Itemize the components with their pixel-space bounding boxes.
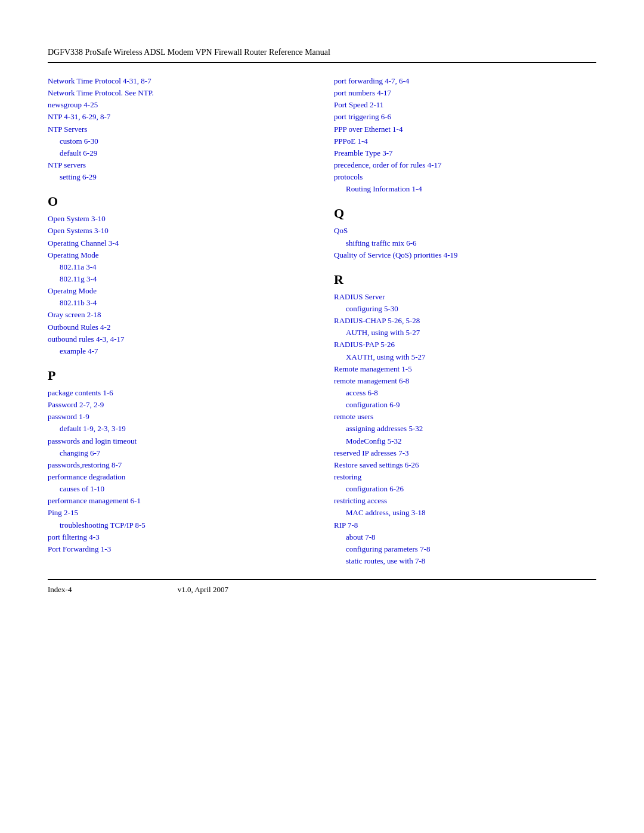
footer-version: v1.0, April 2007	[72, 585, 334, 594]
list-item[interactable]: newsgroup 4-25	[48, 99, 310, 111]
list-item[interactable]: 802.11b 3-4	[48, 297, 310, 309]
list-item[interactable]: port forwarding 4-7, 6-4	[334, 75, 596, 87]
list-item[interactable]: causes of 1-10	[48, 483, 310, 495]
list-item[interactable]: MAC address, using 3-18	[334, 507, 596, 519]
footer-index: Index-4	[48, 585, 72, 594]
list-item[interactable]: 802.11g 3-4	[48, 273, 310, 285]
list-item[interactable]: NTP 4-31, 6-29, 8-7	[48, 111, 310, 123]
list-item[interactable]: about 7-8	[334, 531, 596, 543]
list-item[interactable]: Operatng Mode	[48, 285, 310, 297]
list-item[interactable]: Preamble Type 3-7	[334, 147, 596, 159]
list-item[interactable]: Quality of Service (QoS) priorities 4-19	[334, 249, 596, 261]
list-item[interactable]: remote management 6-8	[334, 375, 596, 387]
list-item[interactable]: password 1-9	[48, 411, 310, 423]
list-item[interactable]: Port Forwarding 1-3	[48, 543, 310, 555]
list-item[interactable]: static routes, use with 7-8	[334, 555, 596, 567]
list-item[interactable]: configuring parameters 7-8	[334, 543, 596, 555]
list-item[interactable]: passwords and login timeout	[48, 435, 310, 447]
list-item[interactable]: Oray screen 2-18	[48, 309, 310, 321]
list-item[interactable]: reserved IP adresses 7-3	[334, 447, 596, 459]
list-item[interactable]: shifting traffic mix 6-6	[334, 237, 596, 249]
header-title: DGFV338 ProSafe Wireless ADSL Modem VPN …	[48, 48, 330, 57]
list-item[interactable]: port numbers 4-17	[334, 87, 596, 99]
list-item[interactable]: Network Time Protocol. See NTP.	[48, 87, 310, 99]
list-item[interactable]: changing 6-7	[48, 447, 310, 459]
list-item[interactable]: Operating Channel 3-4	[48, 237, 310, 249]
list-item[interactable]: custom 6-30	[48, 135, 310, 147]
list-item[interactable]: Remote management 1-5	[334, 363, 596, 375]
section-o-letter: O	[48, 194, 310, 209]
page-header: DGFV338 ProSafe Wireless ADSL Modem VPN …	[48, 48, 596, 63]
list-item[interactable]: configuration 6-9	[334, 399, 596, 411]
list-item[interactable]: Port Speed 2-11	[334, 99, 596, 111]
list-item[interactable]: package contents 1-6	[48, 387, 310, 399]
list-item[interactable]: Outbound Rules 4-2	[48, 321, 310, 333]
page-footer: Index-4 v1.0, April 2007	[48, 579, 596, 594]
list-item[interactable]: outbound rules 4-3, 4-17	[48, 333, 310, 345]
left-column: Network Time Protocol 4-31, 8-7Network T…	[48, 75, 310, 567]
section-p-letter: P	[48, 368, 310, 383]
page: DGFV338 ProSafe Wireless ADSL Modem VPN …	[0, 0, 644, 630]
right-column: port forwarding 4-7, 6-4port numbers 4-1…	[334, 75, 596, 567]
list-item[interactable]: Operating Mode	[48, 249, 310, 261]
list-item[interactable]: access 6-8	[334, 387, 596, 399]
list-item[interactable]: configuring 5-30	[334, 303, 596, 315]
list-item[interactable]: AUTH, using with 5-27	[334, 327, 596, 339]
list-item[interactable]: remote users	[334, 411, 596, 423]
list-item[interactable]: XAUTH, using with 5-27	[334, 351, 596, 363]
section-r-letter: R	[334, 272, 596, 287]
list-item[interactable]: restricting access	[334, 495, 596, 507]
list-item[interactable]: performance management 6-1	[48, 495, 310, 507]
list-item[interactable]: port filtering 4-3	[48, 531, 310, 543]
list-item[interactable]: NTP Servers	[48, 123, 310, 135]
list-item[interactable]: RADIUS Server	[334, 291, 596, 303]
list-item[interactable]: performance degradation	[48, 471, 310, 483]
list-item[interactable]: Routing Information 1-4	[334, 183, 596, 195]
list-item[interactable]: port triggering 6-6	[334, 111, 596, 123]
list-item[interactable]: restoring	[334, 471, 596, 483]
list-item[interactable]: configuration 6-26	[334, 483, 596, 495]
section-q-letter: Q	[334, 206, 596, 221]
index-content: Network Time Protocol 4-31, 8-7Network T…	[48, 75, 596, 567]
list-item[interactable]: example 4-7	[48, 345, 310, 357]
list-item[interactable]: default 6-29	[48, 147, 310, 159]
list-item[interactable]: RADIUS-CHAP 5-26, 5-28	[334, 315, 596, 327]
list-item[interactable]: QoS	[334, 225, 596, 237]
list-item[interactable]: ModeConfig 5-32	[334, 435, 596, 447]
list-item[interactable]: troubleshooting TCP/IP 8-5	[48, 519, 310, 531]
list-item[interactable]: RIP 7-8	[334, 519, 596, 531]
list-item[interactable]: Network Time Protocol 4-31, 8-7	[48, 75, 310, 87]
list-item[interactable]: PPP over Ethernet 1-4	[334, 123, 596, 135]
list-item[interactable]: PPPoE 1-4	[334, 135, 596, 147]
list-item[interactable]: Ping 2-15	[48, 507, 310, 519]
list-item[interactable]: setting 6-29	[48, 171, 310, 183]
list-item[interactable]: passwords,restoring 8-7	[48, 459, 310, 471]
list-item[interactable]: Password 2-7, 2-9	[48, 399, 310, 411]
list-item[interactable]: Restore saved settings 6-26	[334, 459, 596, 471]
list-item[interactable]: assigning addresses 5-32	[334, 423, 596, 435]
list-item[interactable]: RADIUS-PAP 5-26	[334, 339, 596, 351]
list-item[interactable]: NTP servers	[48, 159, 310, 171]
list-item[interactable]: Open System 3-10	[48, 213, 310, 225]
list-item[interactable]: 802.11a 3-4	[48, 261, 310, 273]
list-item[interactable]: protocols	[334, 171, 596, 183]
list-item[interactable]: precedence, order of for rules 4-17	[334, 159, 596, 171]
list-item[interactable]: default 1-9, 2-3, 3-19	[48, 423, 310, 435]
list-item[interactable]: Open Systems 3-10	[48, 225, 310, 237]
